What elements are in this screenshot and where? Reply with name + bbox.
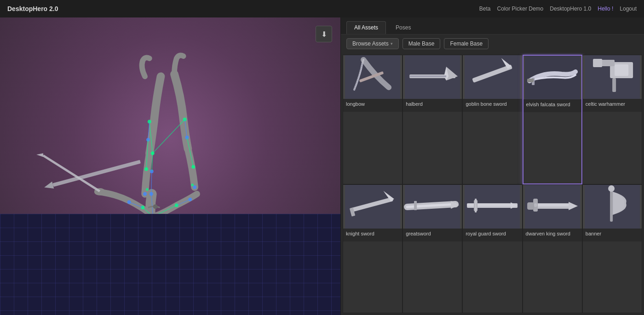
asset-label-greatsword: greatsword (403, 229, 462, 241)
nav-links: Beta Color Picker Demo DesktopHero 1.0 H… (479, 6, 637, 12)
hello-label: Hello ! (598, 6, 613, 12)
tab-poses[interactable]: Poses (388, 21, 419, 34)
svg-marker-45 (36, 153, 43, 157)
beta-label: Beta (479, 6, 491, 12)
dropdown-arrow-icon: ▾ (391, 41, 393, 46)
svg-rect-55 (465, 55, 520, 99)
asset-item-greatsword[interactable]: greatsword (402, 184, 462, 313)
svg-line-27 (153, 217, 154, 235)
svg-rect-85 (527, 202, 534, 210)
top-navigation: DesktopHero 2.0 Beta Color Picker Demo D… (0, 0, 644, 17)
asset-thumb-elvish-falcata-sword (523, 56, 581, 99)
tab-all-assets[interactable]: All Assets (346, 21, 386, 34)
svg-rect-73 (414, 201, 417, 210)
svg-rect-46 (0, 223, 340, 315)
asset-label-celtic-warhammer: celtic warhammer (583, 99, 642, 112)
asset-item-royal-guard-sword[interactable]: royal guard sword (462, 184, 522, 313)
svg-point-19 (193, 185, 196, 189)
asset-thumb-banner (583, 185, 642, 229)
svg-point-11 (152, 249, 156, 252)
svg-point-0 (100, 268, 204, 287)
svg-marker-3 (43, 182, 54, 191)
svg-rect-65 (593, 59, 602, 67)
asset-label-banner: banner (583, 229, 642, 241)
asset-item-celtic-warhammer[interactable]: celtic warhammer (582, 55, 642, 184)
download-icon: ⬇ (321, 30, 327, 39)
svg-rect-54 (409, 75, 446, 77)
browse-assets-button[interactable]: Browse Assets ▾ (346, 38, 399, 49)
desktophero1-link[interactable]: DesktopHero 1.0 (550, 6, 591, 12)
asset-label-knight-sword: knight sword (343, 229, 402, 241)
asset-thumb-longbow (343, 55, 402, 99)
main-content: ⬇ (0, 17, 644, 315)
asset-item-longbow[interactable]: longbow (343, 55, 402, 184)
asset-item-elvish-falcata-sword[interactable]: elvish falcata sword (523, 55, 582, 184)
logout-link[interactable]: Logout (620, 6, 637, 12)
color-picker-link[interactable]: Color Picker Demo (497, 6, 544, 12)
svg-point-9 (151, 215, 155, 218)
asset-grid: longbow halberd (341, 53, 644, 315)
app-title: DesktopHero 2.0 (7, 5, 58, 12)
figure-svg (32, 31, 262, 293)
asset-thumb-knight-sword (343, 185, 402, 229)
svg-rect-63 (615, 64, 628, 76)
asset-label-dwarven-king-sword: dwarven king sword (523, 229, 582, 241)
svg-point-15 (143, 192, 147, 196)
asset-thumb-dwarven-king-sword (523, 185, 582, 229)
asset-item-goblin-bone-sword[interactable]: goblin bone sword (462, 55, 522, 184)
asset-item-dwarven-king-sword[interactable]: dwarven king sword (523, 184, 582, 313)
svg-point-43 (153, 204, 158, 209)
svg-point-10 (152, 233, 156, 236)
asset-item-banner[interactable]: banner (582, 184, 642, 313)
svg-point-1 (98, 264, 206, 286)
browse-assets-label: Browse Assets (352, 40, 389, 47)
asset-thumb-royal-guard-sword (463, 185, 522, 229)
asset-label-longbow: longbow (343, 99, 402, 112)
svg-point-84 (534, 203, 537, 207)
svg-point-4 (144, 241, 164, 264)
svg-rect-60 (527, 79, 534, 82)
asset-label-halberd: halberd (403, 99, 462, 112)
svg-rect-87 (610, 189, 613, 222)
female-base-button[interactable]: Female Base (444, 38, 489, 49)
asset-thumb-halberd (403, 55, 462, 99)
svg-point-40 (152, 271, 156, 275)
svg-rect-47 (0, 223, 340, 315)
svg-line-25 (151, 172, 152, 194)
asset-label-goblin-bone-sword: goblin bone sword (463, 99, 522, 112)
asset-panel: All Assets Poses Browse Assets ▾ Male Ba… (340, 17, 644, 315)
figure-container (32, 31, 262, 293)
3d-viewport: ⬇ (0, 17, 340, 315)
grid-floor (0, 223, 340, 315)
asset-thumb-celtic-warhammer (583, 55, 642, 99)
asset-label-elvish-falcata-sword: elvish falcata sword (523, 99, 581, 112)
svg-point-42 (191, 183, 194, 186)
svg-rect-66 (612, 78, 616, 92)
tab-bar: All Assets Poses (341, 17, 644, 34)
svg-rect-67 (345, 185, 400, 229)
svg-point-21 (127, 200, 131, 204)
filter-bar: Browse Assets ▾ Male Base Female Base (341, 34, 644, 53)
male-base-button[interactable]: Male Base (402, 38, 441, 49)
svg-rect-78 (475, 199, 477, 212)
asset-item-halberd[interactable]: halberd (402, 55, 462, 184)
asset-thumb-greatsword (403, 185, 462, 229)
download-button[interactable]: ⬇ (316, 26, 332, 42)
asset-item-knight-sword[interactable]: knight sword (343, 184, 402, 313)
svg-point-41 (146, 188, 149, 191)
svg-point-88 (608, 185, 615, 192)
svg-rect-2 (52, 160, 141, 187)
asset-label-royal-guard-sword: royal guard sword (463, 229, 522, 241)
asset-thumb-goblin-bone-sword (463, 55, 522, 99)
